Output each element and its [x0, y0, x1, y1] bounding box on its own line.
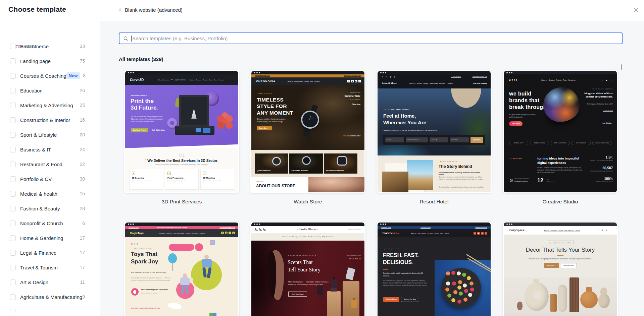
- learn-more-button: Learn More →: [257, 126, 272, 130]
- checkbox[interactable]: [10, 58, 16, 64]
- sidebar-item-ecommerce[interactable]: E-commerce33: [10, 39, 85, 54]
- iridescent-blob: [543, 87, 580, 122]
- checkbox[interactable]: [10, 235, 16, 241]
- checkbox[interactable]: [10, 88, 16, 93]
- text-caret: [131, 36, 132, 42]
- collage-photo: [407, 160, 433, 190]
- checkbox[interactable]: [10, 176, 16, 182]
- wood-column: [569, 277, 579, 312]
- checkbox[interactable]: [10, 44, 16, 49]
- checkbox[interactable]: [10, 191, 16, 197]
- template-card-jardin-obscur[interactable]: f ◉ ▶ - Jardin Obscur - jardinobscur@ema…: [250, 221, 366, 316]
- start-project-button: Start Your Project: [131, 128, 148, 132]
- template-caption: Creative Studio: [502, 199, 618, 205]
- service-card: ◇ 3D Modeling Transform ideas into funct…: [200, 169, 234, 190]
- pink-circle: [195, 243, 203, 251]
- brown-bottle: [517, 302, 523, 310]
- perfume-bottle-amber: [351, 300, 357, 308]
- scrollbar-thumb[interactable]: [621, 64, 622, 70]
- sidebar-item-landing-page[interactable]: Landing page75: [10, 54, 85, 68]
- sidebar-item-agriculture-manufacturing[interactable]: Agriculture & Manufacturing9: [10, 290, 85, 304]
- template-card-magictoys[interactable]: +1 (234) 567 89 00 SHOWROOM: 3254 EASEME…: [124, 221, 240, 316]
- sidebar-item-travel-tourism[interactable]: Travel & Tourism17: [10, 260, 85, 275]
- sidebar-item-restaurant-food[interactable]: Restaurant & Food22: [10, 157, 85, 172]
- sidebar-item-education[interactable]: Education26: [10, 83, 85, 98]
- sidebar-item-fashion-beauty[interactable]: Fashion & Beauty28: [10, 201, 85, 216]
- hero-title: TIMELESSSTYLE FORANY MOMENT: [257, 97, 293, 116]
- sidebar-item-home-gardening[interactable]: Home & Gardening17: [10, 231, 85, 245]
- sidebar-item-marketing-advertising[interactable]: Marketing & Advertising25: [10, 98, 85, 113]
- brand-logo: MagicToys.: [130, 232, 144, 235]
- twitter-icon: t: [485, 232, 487, 235]
- sidebar-item-business-it[interactable]: Business & IT24: [10, 142, 85, 157]
- template-thumbnail: f ʏ ◉ ▶ +1 (234) 567 89 00 ISLADIMARE@EM…: [378, 71, 491, 192]
- blank-website-label: Blank website (advanced): [125, 7, 183, 13]
- close-icon: [633, 7, 639, 13]
- sidebar-item-sport-lifestyle[interactable]: Sport & Lifestyle20: [10, 127, 85, 142]
- sidebar-bottom-fade: [0, 309, 100, 316]
- nav-links: About us Limited Edition Catalog Blog Co…: [288, 80, 320, 82]
- template-caption: Watch Store: [250, 199, 366, 205]
- template-card-tokyodash[interactable]: Open 8 am - 10 pm +1 (234) 567 89 00 tok…: [376, 221, 492, 316]
- sidebar-item-medical-health[interactable]: Medical & health15: [10, 186, 85, 201]
- checkbox[interactable]: [10, 250, 16, 256]
- social-icons: f ◉ p t: [474, 232, 487, 235]
- shop-now-button: Shop Now →: [544, 263, 559, 268]
- checkbox[interactable]: [10, 103, 16, 108]
- checkbox[interactable]: [10, 206, 16, 211]
- social-icons: f ▶ ʏ: [602, 79, 613, 81]
- wood-cylinder: [550, 294, 557, 312]
- template-card-creative-studio[interactable]: ctrl About us Services Projects Team Con…: [502, 70, 618, 194]
- template-card-watch-store[interactable]: FREE SHIPPING FROM $50 NEED HELP: +1 (23…: [250, 70, 366, 194]
- template-search-field[interactable]: Search templates (e.g. Business, Portfol…: [119, 33, 623, 44]
- template-thumbnail: Open 8 am - 10 pm +1 (234) 567 89 00 tok…: [378, 223, 491, 316]
- checkbox[interactable]: [10, 162, 16, 167]
- sidebar-item-portfolio-cv[interactable]: Portfolio & CV30: [10, 172, 85, 186]
- template-thumbnail: f ◉ ▶ - Jardin Obscur - jardinobscur@ema…: [251, 223, 364, 316]
- checkbox[interactable]: [10, 220, 16, 226]
- social-icons: f ◉ ▶ ʏ: [598, 229, 613, 231]
- close-button[interactable]: [630, 4, 642, 16]
- brand-logo: CHRONOVIA: [256, 80, 276, 83]
- checkbox[interactable]: [10, 147, 16, 152]
- template-card-resort-hotel[interactable]: f ʏ ◉ ▶ +1 (234) 567 89 00 ISLADIMARE@EM…: [376, 70, 492, 194]
- brand-logo: Isla di Mare: [382, 82, 397, 85]
- search-icon: [123, 36, 128, 41]
- sidebar-item-legal-finance[interactable]: Legal & Finance17: [10, 245, 85, 260]
- template-card-cozyspace[interactable]: CozySpace About us Inspiration Catalog N…: [502, 221, 618, 316]
- checkbox[interactable]: [10, 294, 16, 300]
- stat: 1.5K PROJECTS SUCCESSFULLY DELIVERED: [590, 155, 613, 161]
- sidebar-item-construction-interior[interactable]: Construction & Interior16: [10, 113, 85, 127]
- checkbox[interactable]: [10, 73, 16, 79]
- social-icons: f ʏ ◉ ▶: [382, 76, 397, 78]
- new-badge: New: [66, 72, 80, 79]
- sidebar-item-nonprofit-church[interactable]: Nonprofit & Church6: [10, 216, 85, 231]
- checkbox[interactable]: [10, 279, 16, 285]
- primary-button: Roll Into Flavor: [383, 297, 399, 302]
- about-photo: [308, 177, 364, 192]
- sidebar-item-art-design[interactable]: Art & Design11: [10, 275, 85, 290]
- printer-shape: [179, 95, 209, 127]
- process-icon: ⚙: [167, 172, 171, 175]
- blank-website-button[interactable]: + Blank website (advanced): [118, 7, 183, 13]
- facebook-icon: f: [474, 232, 476, 235]
- instagram-icon: ◉: [351, 80, 354, 82]
- stat: 66,587 HOURS CRAFTING DIGITAL SOLUTIONS: [590, 166, 613, 172]
- brand-logo: ctrl: [509, 78, 518, 82]
- template-card-3d-print-services[interactable]: Curve3D 3d.print@email.com +1 (234) 567 …: [124, 70, 240, 194]
- template-caption: 3D Print Services: [124, 199, 240, 205]
- brand-logo: - Jardin Obscur -: [251, 228, 364, 231]
- nav-links: About us Rooms Gallery Testimonials Faci…: [409, 83, 453, 84]
- checkbox[interactable]: [10, 265, 16, 270]
- perfume-bottle: [317, 286, 323, 295]
- twitter-icon: t: [358, 80, 361, 82]
- tag-pills: MOBILE APPS BRAND DESIGN WEB PLATFORMS U…: [509, 141, 611, 145]
- twitter-icon: t: [229, 232, 231, 234]
- donut-hole: [533, 291, 541, 300]
- checkbox[interactable]: [10, 117, 16, 123]
- checkbox[interactable]: [10, 132, 16, 138]
- search-placeholder: Search templates (e.g. Business, Portfol…: [132, 36, 228, 41]
- wavy-vase: [558, 285, 567, 312]
- sidebar-item-courses-coaching[interactable]: Courses & CoachingNew8: [10, 68, 85, 83]
- dialog-header: Choose template + Blank website (advance…: [0, 0, 644, 21]
